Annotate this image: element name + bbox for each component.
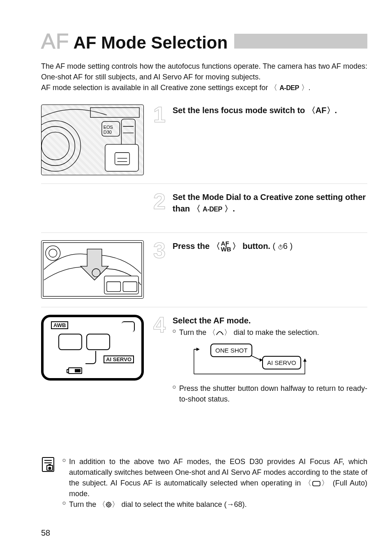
svg-rect-37 [313, 481, 320, 486]
page-title-row: AF AF Mode Selection [41, 29, 367, 53]
step-1-text: 1 Set the lens focus mode switch to 〈AF〉… [151, 104, 367, 125]
step-2-text: 2 Set the Mode Dial to a Creative zone s… [151, 191, 367, 214]
intro-line2-pre: AF mode selection is available in all Cr… [41, 84, 279, 92]
divider [41, 307, 367, 307]
lcd-hook-shape [85, 351, 96, 364]
note-icon [41, 456, 55, 473]
step-4-bullet1-post: 〉 dial to make the selection. [224, 328, 319, 337]
step-1: EOS D30 1 Set the lens focus [41, 104, 367, 175]
adep-label: A-DEP [279, 84, 299, 91]
note-text: In addition to the above two AF modes, t… [62, 456, 367, 510]
step-1-number: 1 [151, 104, 168, 125]
manual-page: AF AF Mode Selection The AF mode setting… [0, 0, 392, 555]
svg-text:EOS: EOS [104, 125, 113, 130]
step-3: 3 Press the 〈 AF WB 〉 button. ( 6 ) [41, 240, 367, 299]
svg-point-23 [173, 330, 175, 332]
step-1-heading-bold: AF [316, 106, 327, 115]
intro-paragraph: The AF mode setting controls how the aut… [41, 61, 367, 93]
step-3-number: 3 [151, 240, 168, 260]
step-2-adep: A-DEP [203, 206, 222, 213]
step-4: AWB AI SERVO 4 Select the AF mode. [41, 315, 367, 404]
svg-point-34 [48, 467, 51, 469]
camera-front-illustration: EOS D30 [41, 104, 144, 175]
page-number: 58 [41, 528, 50, 538]
step-1-heading-pre: Set the lens focus mode switch to 〈 [173, 106, 316, 115]
step-3-illustration [41, 240, 144, 299]
note-bullet-2: Turn the 〈 〉 dial to select the white ba… [62, 499, 367, 510]
lcd-panels [58, 334, 110, 350]
note-bullet-1: In addition to the above two AF modes, t… [62, 456, 367, 499]
step-1-heading-post: 〉. [327, 106, 337, 115]
afwb-wb: WB [221, 246, 231, 252]
full-auto-rect-icon [312, 481, 321, 486]
step-2-body: Set the Mode Dial to a Creative zone set… [173, 191, 367, 214]
intro-line2-post: 〉. [299, 84, 311, 92]
lcd-panel [58, 334, 82, 350]
oneshot-box: ONE SHOT [210, 344, 252, 357]
bullet-icon [173, 385, 176, 389]
step-4-text: 4 Select the AF mode. Turn the 〈 〉 dial … [151, 315, 367, 404]
step-3-heading-pre: Press the 〈 [173, 242, 220, 251]
svg-point-36 [63, 459, 65, 462]
step-3-heading-mid: 〉 button. [232, 242, 270, 251]
step-2-heading-post: 〉. [222, 204, 235, 213]
title-prefix: AF [41, 29, 69, 53]
step-4-bullet2-text: Press the shutter button down halfway to… [179, 383, 367, 404]
af-wb-button-icon: AF WB [221, 241, 231, 253]
step-4-bullet2: Press the shutter button down halfway to… [173, 383, 367, 404]
svg-point-2 [42, 132, 69, 160]
svg-point-13 [46, 246, 60, 261]
svg-marker-24 [196, 348, 200, 351]
bullet-icon [62, 502, 66, 505]
bullet-icon [62, 459, 66, 462]
divider [41, 232, 367, 233]
lcd-battery-icon [68, 367, 82, 374]
step-2-spacer [41, 191, 144, 224]
afwb-dot [226, 246, 227, 247]
title-main: AF Mode Selection [73, 33, 228, 53]
lcd-panel [86, 334, 110, 350]
svg-point-39 [106, 502, 111, 507]
lcd-corner-shape [122, 321, 135, 332]
step-1-body: Set the lens focus mode switch to 〈AF〉. [173, 104, 367, 116]
step-1-illustration: EOS D30 [41, 104, 144, 175]
note-b2-pre: Turn the 〈 [69, 500, 106, 509]
svg-line-22 [282, 245, 282, 246]
bullet-icon [173, 330, 176, 333]
step-4-bullet1-pre: Turn the 〈 [179, 328, 216, 337]
note-block: In addition to the above two AF modes, t… [41, 456, 367, 510]
quick-dial-icon [106, 502, 112, 508]
timer-icon [278, 241, 283, 253]
svg-point-38 [63, 502, 65, 504]
step-4-bullet1: Turn the 〈 〉 dial to make the selection. [173, 327, 367, 338]
svg-point-29 [173, 386, 175, 388]
step-4-illustration: AWB AI SERVO [41, 315, 144, 381]
note-b2-post: 〉 dial to select the white balance (→68)… [112, 500, 247, 509]
svg-point-40 [108, 504, 110, 506]
timer-seconds: 6 [283, 242, 288, 251]
af-mode-diagram: ONE SHOT AI SERVO [182, 344, 313, 379]
svg-rect-35 [48, 464, 51, 465]
svg-point-14 [49, 249, 57, 258]
divider [41, 183, 367, 184]
intro-line1: The AF mode setting controls how the aut… [41, 62, 367, 81]
step-4-number: 4 [151, 315, 168, 335]
step-2-heading-pre: Set the Mode Dial to a Creative zone set… [173, 193, 366, 213]
aiservo-box: AI SERVO [262, 356, 301, 369]
step-3-body: Press the 〈 AF WB 〉 button. ( 6 ) [173, 240, 367, 253]
svg-text:D30: D30 [104, 130, 112, 135]
main-dial-icon [216, 330, 224, 336]
svg-rect-9 [105, 144, 138, 171]
camera-top-illustration [41, 240, 144, 299]
step-3-text: 3 Press the 〈 AF WB 〉 button. ( 6 ) [151, 240, 367, 260]
lcd-aiservo-label: AI SERVO [104, 355, 134, 363]
svg-marker-25 [303, 358, 307, 362]
step-2-number: 2 [151, 191, 168, 211]
step-4-body: Select the AF mode. Turn the 〈 〉 dial to… [173, 315, 367, 404]
step-4-heading: Select the AF mode. [173, 315, 367, 326]
lcd-screen-illustration: AWB AI SERVO [41, 315, 144, 381]
lcd-awb-label: AWB [51, 321, 68, 329]
title-bar [234, 34, 367, 49]
step-2: 2 Set the Mode Dial to a Creative zone s… [41, 191, 367, 224]
